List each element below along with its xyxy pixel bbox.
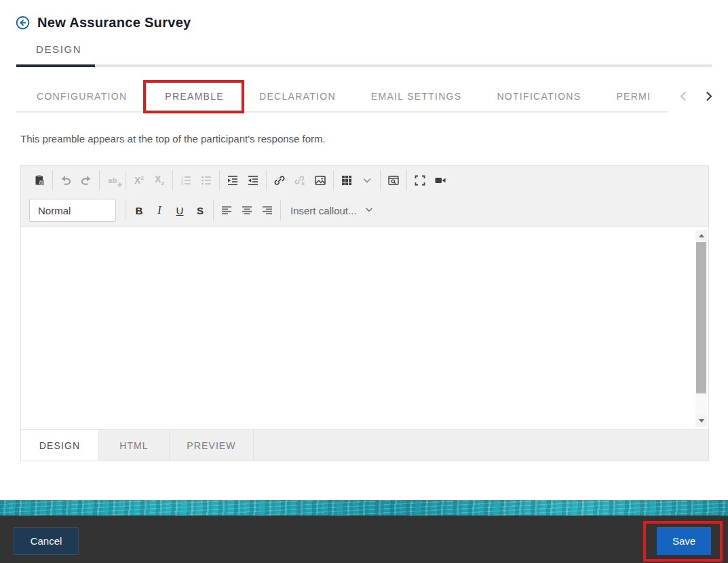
undo-icon [60,174,72,187]
subscript-button[interactable]: X2 [149,170,170,191]
secondary-tab-preamble[interactable]: PREAMBLE [147,81,242,111]
toolbar-group [214,200,281,220]
scroll-down-button[interactable] [695,415,707,427]
toolbar-group [334,170,381,191]
outdent-button[interactable] [243,170,263,191]
insert-video-button[interactable] [430,170,451,191]
outdent-icon [247,174,259,187]
editor-toolbar-row1: W ab [21,166,708,195]
table-icon [341,174,353,187]
undo-button[interactable] [56,170,76,191]
fullscreen-icon [414,174,426,187]
table-dropdown-button[interactable] [357,170,377,191]
secondary-tab-email-settings[interactable]: EMAIL SETTINGS [353,81,480,111]
underline-button[interactable]: U [170,200,190,220]
view-tab-preview[interactable]: PREVIEW [170,430,254,461]
align-center-icon [241,204,253,216]
chevron-down-icon [361,174,373,187]
clear-format-button[interactable]: ab [102,170,123,191]
triangle-up-icon [699,234,704,237]
strikethrough-button[interactable]: S [190,200,210,220]
triangle-down-icon [699,419,704,423]
bold-icon: B [136,205,143,216]
tab-label: CONFIGURATION [37,91,127,102]
unordered-list-button[interactable] [196,170,216,191]
toolbar-group: W [26,170,53,191]
chevron-down-icon [364,204,375,217]
insert-link-button[interactable] [269,170,290,191]
toolbar-group: ab [100,170,126,191]
tab-pager [668,81,715,113]
scrollbar-thumb[interactable] [696,242,706,393]
subscript-icon: X2 [155,174,164,187]
chevron-left-icon [677,90,689,104]
editor-toolbar-row2: Normal B I U S [21,195,708,226]
tab-label: PREAMBLE [165,91,224,102]
scroll-up-button[interactable] [695,230,707,241]
toolbar-group [220,170,267,191]
toolbar-group [407,170,453,191]
tab-label: NOTIFICATIONS [497,91,581,102]
remove-link-button[interactable] [290,170,310,191]
back-button[interactable] [15,16,30,31]
fullscreen-button[interactable] [410,170,430,191]
tab-scroll-prev-button[interactable] [677,90,689,104]
view-tab-design[interactable]: DESIGN [21,430,99,461]
tab-label: DECLARATION [259,91,336,102]
scrollbar-track[interactable] [695,241,707,415]
paste-from-word-button[interactable]: W [29,170,50,191]
secondary-tab-declaration[interactable]: DECLARATION [242,81,353,111]
primary-tab-active-indicator [16,64,95,67]
insert-image-icon [314,174,326,187]
paste-from-word-icon: W [33,174,45,187]
italic-button[interactable]: I [149,200,170,220]
editor-scrollbar [695,230,707,427]
secondary-tab-notifications[interactable]: NOTIFICATIONS [479,81,598,111]
align-left-icon [221,204,233,216]
indent-button[interactable] [223,170,243,191]
editor-content[interactable] [21,227,708,429]
svg-text:W: W [39,180,43,185]
video-camera-icon [434,174,446,187]
toolbar-group: X2 X2 [126,170,173,191]
toolbar-group [53,170,100,191]
editor-view-tabs: DESIGN HTML PREVIEW [21,429,708,461]
tab-design-primary[interactable]: DESIGN [36,43,81,55]
table-button[interactable] [337,170,357,191]
format-dropdown[interactable]: Normal [29,199,116,222]
align-right-icon [261,204,273,216]
toolbar-group: Normal [26,200,126,220]
clear-format-icon: ab [109,176,117,185]
view-tab-html[interactable]: HTML [99,430,170,461]
view-tab-label: DESIGN [39,440,80,451]
insert-link-icon [273,174,286,187]
unordered-list-icon [200,174,212,187]
redo-icon [80,174,92,187]
ordered-list-icon: 123 [180,174,192,187]
align-right-button[interactable] [257,200,277,220]
toolbar-group [267,170,334,191]
cancel-button[interactable]: Cancel [14,527,79,555]
toolbar-group [381,170,407,191]
secondary-tab-configuration[interactable]: CONFIGURATION [16,81,147,111]
align-center-button[interactable] [237,200,257,220]
superscript-button[interactable]: X2 [129,170,149,191]
superscript-icon: X2 [134,175,144,186]
insert-image-button[interactable] [310,170,330,191]
tab-scroll-next-button[interactable] [703,90,715,104]
preview-button[interactable] [383,170,404,191]
bold-button[interactable]: B [129,200,149,220]
tab-label: PERMISSIONS [616,91,650,102]
insert-callout-dropdown[interactable]: Insert callout... [284,204,381,217]
ordered-list-button[interactable]: 123 [176,170,196,191]
save-button[interactable]: Save [657,527,711,555]
page: New Assurance Survey DESIGN CONFIGURATIO… [0,0,728,563]
secondary-tab-permissions[interactable]: PERMISSIONS [598,81,668,111]
toolbar-group: 123 [173,170,220,191]
preview-icon [387,174,400,187]
underline-icon: U [176,205,184,216]
tab-label: EMAIL SETTINGS [371,91,462,102]
redo-button[interactable] [76,170,96,191]
align-left-button[interactable] [216,200,237,220]
header: New Assurance Survey [15,15,191,31]
